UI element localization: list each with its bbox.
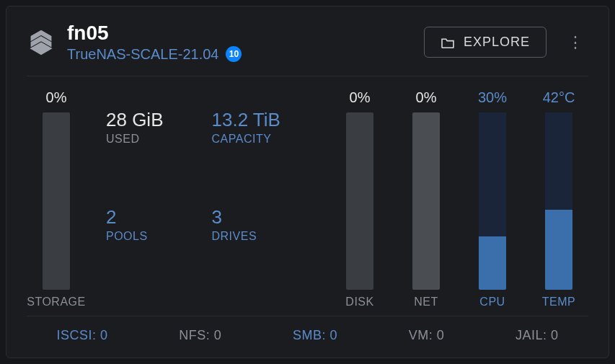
disk-value: 0% [350, 89, 371, 108]
disk-label: DISK [345, 296, 373, 308]
folder-icon [441, 37, 455, 48]
temp-bar [545, 112, 572, 290]
stat-used: 28 GiB USED [106, 110, 205, 182]
footer-iscsi: ISCSI: 0 [56, 328, 107, 343]
footer-smb: SMB: 0 [293, 328, 337, 343]
explore-label: EXPLORE [464, 35, 530, 50]
cpu-bar [479, 112, 506, 290]
net-label: NET [414, 296, 438, 308]
stat-pools: 2 POOLS [106, 207, 205, 280]
cpu-value: 30% [478, 89, 507, 108]
storage-label: STORAGE [27, 296, 85, 308]
net-value: 0% [416, 89, 437, 108]
disk-bar [346, 112, 373, 290]
pools-label: POOLS [106, 230, 205, 243]
temp-value: 42°C [543, 89, 575, 108]
version-row: TrueNAS-SCALE-21.04 10 [67, 46, 412, 63]
server-name: fn05 [67, 22, 412, 45]
cpu-label: CPU [479, 296, 505, 308]
drives-label: DRIVES [212, 230, 311, 243]
cpu-bar-fill [479, 236, 506, 290]
footer-vm: VM: 0 [409, 328, 445, 343]
net-bar [412, 112, 440, 290]
footer-jail: JAIL: 0 [516, 328, 559, 343]
card-body: 0% STORAGE 28 GiB USED 13.2 TiB CAPACITY… [6, 76, 609, 316]
vertical-dots-icon: ⋮ [567, 33, 583, 52]
card-footer: ISCSI: 0 NFS: 0 SMB: 0 VM: 0 JAIL: 0 [6, 316, 609, 358]
pools-value: 2 [106, 207, 205, 228]
right-metrics: 0% DISK 0% NET 30% CPU [330, 89, 588, 308]
stat-capacity: 13.2 TiB CAPACITY [212, 110, 311, 182]
server-card: fn05 TrueNAS-SCALE-21.04 10 EXPLORE ⋮ 0% [6, 6, 609, 358]
header-titles: fn05 TrueNAS-SCALE-21.04 10 [67, 22, 412, 63]
update-badge[interactable]: 10 [226, 46, 242, 62]
net-metric: 0% NET [397, 89, 456, 308]
storage-details: 28 GiB USED 13.2 TiB CAPACITY 2 POOLS 3 … [99, 89, 317, 308]
cpu-metric: 30% CPU [463, 89, 522, 308]
capacity-label: CAPACITY [212, 133, 311, 146]
temp-metric: 42°C TEMP [529, 89, 588, 308]
truenas-logo-icon [27, 28, 56, 57]
temp-label: TEMP [542, 296, 575, 308]
stat-drives: 3 DRIVES [212, 207, 311, 280]
disk-metric: 0% DISK [330, 89, 389, 308]
storage-metric: 0% STORAGE [27, 89, 86, 308]
storage-value: 0% [46, 89, 67, 108]
storage-bar [43, 112, 70, 290]
more-menu-button[interactable]: ⋮ [562, 30, 588, 56]
temp-bar-fill [545, 210, 572, 290]
card-header: fn05 TrueNAS-SCALE-21.04 10 EXPLORE ⋮ [6, 6, 609, 76]
footer-nfs: NFS: 0 [179, 328, 221, 343]
capacity-value: 13.2 TiB [212, 110, 311, 130]
os-version: TrueNAS-SCALE-21.04 [67, 46, 218, 63]
used-value: 28 GiB [106, 110, 205, 130]
used-label: USED [106, 133, 205, 146]
explore-button[interactable]: EXPLORE [424, 27, 547, 58]
drives-value: 3 [212, 207, 311, 228]
